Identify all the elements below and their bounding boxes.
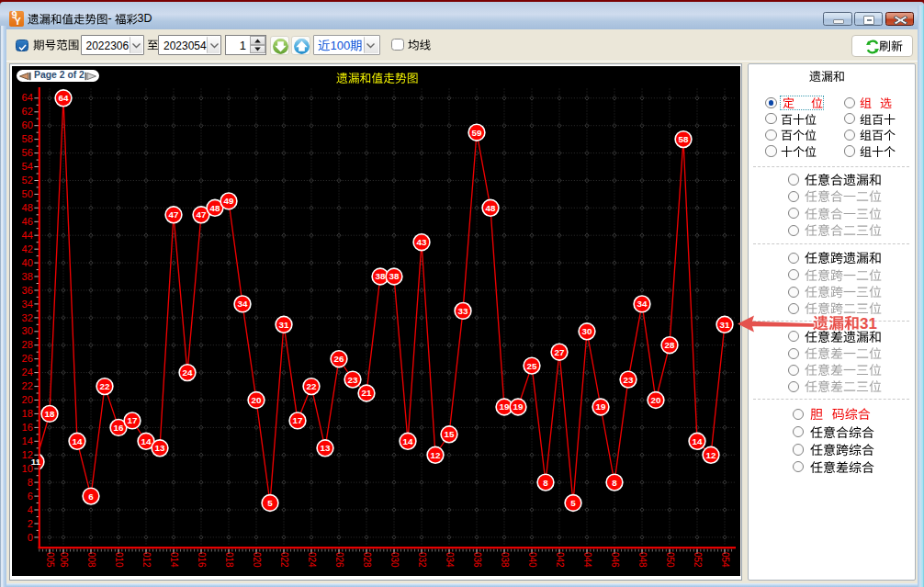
svg-text:20: 20 <box>22 394 33 405</box>
svg-text:32: 32 <box>22 312 33 323</box>
svg-text:40: 40 <box>22 257 33 268</box>
svg-text:60: 60 <box>22 119 33 130</box>
svg-text:27: 27 <box>555 347 565 357</box>
svg-text:34: 34 <box>238 299 248 309</box>
svg-text:13: 13 <box>155 443 165 453</box>
svg-text:012: 012 <box>141 552 152 568</box>
svg-text:18: 18 <box>45 409 55 419</box>
svg-text:23: 23 <box>348 375 358 385</box>
svg-text:17: 17 <box>293 415 303 425</box>
svg-text:8: 8 <box>543 478 548 488</box>
svg-text:032: 032 <box>417 552 427 568</box>
svg-text:28: 28 <box>22 339 33 350</box>
svg-text:47: 47 <box>169 209 179 220</box>
svg-text:006: 006 <box>59 552 69 568</box>
svg-text:030: 030 <box>389 552 400 568</box>
svg-text:22: 22 <box>22 380 33 391</box>
svg-text:31: 31 <box>720 320 730 330</box>
svg-text:49: 49 <box>224 196 234 206</box>
svg-text:62: 62 <box>22 106 33 117</box>
svg-text:64: 64 <box>22 92 33 103</box>
svg-text:31: 31 <box>279 320 289 330</box>
svg-text:43: 43 <box>417 237 427 247</box>
svg-text:12: 12 <box>431 450 441 460</box>
svg-text:15: 15 <box>445 429 455 439</box>
svg-text:28: 28 <box>665 340 675 350</box>
svg-text:13: 13 <box>321 443 331 453</box>
svg-text:30: 30 <box>582 326 592 336</box>
svg-text:6: 6 <box>28 491 33 502</box>
svg-text:8: 8 <box>612 478 617 488</box>
svg-text:028: 028 <box>362 552 372 568</box>
svg-text:36: 36 <box>22 285 33 296</box>
svg-text:48: 48 <box>486 203 496 213</box>
svg-text:44: 44 <box>22 230 33 241</box>
svg-text:59: 59 <box>472 128 482 138</box>
svg-text:58: 58 <box>679 134 689 144</box>
svg-text:22: 22 <box>307 381 317 391</box>
svg-text:052: 052 <box>693 552 703 568</box>
svg-text:42: 42 <box>22 243 33 254</box>
svg-text:2: 2 <box>28 518 33 529</box>
svg-text:036: 036 <box>472 552 482 568</box>
svg-text:38: 38 <box>389 271 400 281</box>
svg-text:034: 034 <box>445 552 455 568</box>
svg-text:47: 47 <box>197 209 207 220</box>
svg-text:024: 024 <box>307 552 317 568</box>
svg-text:022: 022 <box>279 552 289 568</box>
svg-text:16: 16 <box>22 422 33 433</box>
svg-text:33: 33 <box>458 306 468 316</box>
svg-text:044: 044 <box>582 552 592 568</box>
svg-text:20: 20 <box>252 395 262 405</box>
svg-text:8: 8 <box>28 477 33 488</box>
svg-text:48: 48 <box>22 202 33 213</box>
svg-text:4: 4 <box>28 504 33 515</box>
svg-text:048: 048 <box>637 552 648 568</box>
svg-text:042: 042 <box>555 552 565 568</box>
svg-text:020: 020 <box>252 552 262 568</box>
svg-text:64: 64 <box>59 93 69 103</box>
svg-text:6: 6 <box>88 491 94 502</box>
svg-text:24: 24 <box>22 367 33 378</box>
svg-text:014: 014 <box>169 552 179 568</box>
svg-text:14: 14 <box>22 435 33 446</box>
svg-text:050: 050 <box>665 552 675 568</box>
svg-text:016: 016 <box>197 552 207 568</box>
svg-text:14: 14 <box>403 436 413 446</box>
svg-text:040: 040 <box>527 552 537 568</box>
svg-text:038: 038 <box>500 552 510 568</box>
svg-text:24: 24 <box>183 367 193 378</box>
svg-text:16: 16 <box>114 423 124 433</box>
svg-text:26: 26 <box>22 353 33 364</box>
svg-text:5: 5 <box>570 498 576 508</box>
svg-text:14: 14 <box>73 436 83 446</box>
svg-text:38: 38 <box>376 271 386 281</box>
svg-text:56: 56 <box>22 147 33 158</box>
svg-text:12: 12 <box>706 450 716 460</box>
svg-text:54: 54 <box>22 161 33 172</box>
svg-text:0: 0 <box>28 532 33 543</box>
svg-text:005: 005 <box>45 552 55 568</box>
svg-text:50: 50 <box>22 188 33 199</box>
svg-text:008: 008 <box>86 552 96 568</box>
svg-text:19: 19 <box>596 401 606 412</box>
svg-text:5: 5 <box>267 498 273 508</box>
svg-text:11: 11 <box>31 457 41 467</box>
svg-text:046: 046 <box>610 552 620 568</box>
svg-text:52: 52 <box>22 175 33 186</box>
svg-text:38: 38 <box>22 271 33 282</box>
svg-text:018: 018 <box>224 552 234 568</box>
svg-text:14: 14 <box>141 436 152 446</box>
svg-text:34: 34 <box>22 299 33 310</box>
svg-text:18: 18 <box>22 408 33 419</box>
svg-text:17: 17 <box>128 415 138 425</box>
svg-text:14: 14 <box>693 436 703 446</box>
svg-text:26: 26 <box>334 354 344 364</box>
svg-text:026: 026 <box>334 552 344 568</box>
svg-text:22: 22 <box>100 381 110 391</box>
svg-text:25: 25 <box>527 361 537 371</box>
svg-text:23: 23 <box>624 375 634 385</box>
svg-text:30: 30 <box>22 325 33 336</box>
svg-text:054: 054 <box>720 552 730 568</box>
svg-text:010: 010 <box>114 552 124 568</box>
